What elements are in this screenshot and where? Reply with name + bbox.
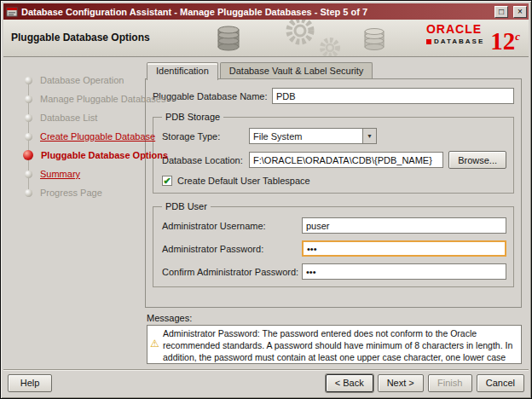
checkbox-check-icon[interactable]: ✔ (162, 176, 172, 186)
step-create-pluggable-database[interactable]: Create Pluggable Database (3, 127, 143, 146)
dbca-window: Database Configuration Assistant - Manag… (0, 0, 532, 399)
step-bullet-icon (25, 114, 32, 122)
step-bullet-icon (25, 171, 32, 178)
tab-identification[interactable]: Identification (147, 62, 218, 80)
pdb-user-group: PDB User Administrator Username: Adminis… (153, 201, 514, 287)
database-wordmark: DATABASE (426, 38, 484, 45)
app-icon (6, 6, 18, 18)
oracle-wordmark: ORACLE (426, 22, 484, 36)
admin-password-label: Administrator Password: (162, 244, 297, 254)
admin-username-input[interactable] (302, 217, 506, 234)
version-12c: 12c (490, 22, 520, 55)
step-progress-page: Progress Page (3, 183, 143, 202)
cancel-button[interactable]: Cancel (477, 374, 524, 392)
tab-database-vault-label-security[interactable]: Database Vault & Label Security (220, 62, 373, 79)
browse-button[interactable]: Browse... (448, 151, 506, 169)
database-location-label: Database Location: (162, 155, 244, 165)
banner: Pluggable Database Options (3, 20, 529, 57)
step-bullet-icon (25, 189, 32, 197)
admin-password-input[interactable] (302, 240, 506, 257)
default-tablespace-checkbox[interactable]: ✔ Create Default User Tablespace (162, 176, 506, 186)
step-manage-pluggable-databases: Manage Pluggable Databases (3, 90, 143, 108)
close-button[interactable]: × (513, 6, 527, 18)
step-bullet-icon (25, 95, 32, 103)
storage-type-selected-value: File System (250, 131, 362, 142)
pdb-storage-group-title: PDB Storage (162, 112, 223, 122)
titlebar[interactable]: Database Configuration Assistant - Manag… (3, 3, 529, 20)
admin-username-label: Administrator Username: (162, 221, 297, 231)
messages-box: ⚠ Administrator Password: The password e… (147, 325, 522, 364)
window-title: Database Configuration Assistant - Manag… (21, 7, 489, 17)
button-bar: Help < Back Next > Finish Cancel (3, 369, 529, 396)
page-title: Pluggable Database Options (11, 32, 150, 43)
finish-button[interactable]: Finish (428, 374, 472, 392)
identification-tab-panel: Pluggable Database Name: PDB Storage Sto… (145, 78, 522, 308)
next-button[interactable]: Next > (378, 374, 424, 392)
help-button[interactable]: Help (8, 374, 52, 392)
step-database-operation: Database Operation (3, 71, 143, 90)
gears-and-database-graphic (206, 20, 402, 57)
storage-type-select[interactable]: File System ▼ (249, 128, 377, 144)
warning-icon: ⚠ (150, 338, 159, 349)
back-button[interactable]: < Back (326, 374, 373, 392)
pdb-name-label: Pluggable Database Name: (153, 91, 267, 101)
maximize-button[interactable]: □ (494, 6, 508, 18)
red-square-icon (426, 39, 431, 44)
current-step-bullet-icon (23, 150, 33, 160)
oracle-12c-logo: ORACLE DATABASE 12c (426, 22, 520, 55)
wizard-step-list: Database Operation Manage Pluggable Data… (3, 57, 143, 367)
database-location-input[interactable] (249, 152, 443, 168)
pdb-user-group-title: PDB User (162, 201, 211, 211)
messages-label: Messages: (147, 313, 522, 323)
storage-type-label: Storage Type: (162, 131, 244, 142)
messages-section: Messages: ⚠ Administrator Password: The … (145, 313, 522, 364)
step-bullet-icon (25, 133, 32, 141)
step-database-list: Database List (3, 108, 143, 127)
default-tablespace-label: Create Default User Tablespace (177, 176, 310, 186)
step-bullet-icon (25, 77, 32, 84)
confirm-password-input[interactable] (302, 263, 506, 280)
password-warning-text: Administrator Password: The password ent… (163, 328, 512, 364)
chevron-down-icon[interactable]: ▼ (362, 129, 376, 143)
pdb-name-input[interactable] (272, 88, 514, 104)
confirm-password-label: Confirm Administrator Password: (162, 267, 297, 277)
step-pluggable-database-options: Pluggable Database Options (3, 146, 143, 165)
tab-bar: Identification Database Vault & Label Se… (145, 62, 522, 79)
step-summary[interactable]: Summary (3, 165, 143, 183)
pdb-storage-group: PDB Storage Storage Type: File System ▼ … (153, 112, 514, 194)
